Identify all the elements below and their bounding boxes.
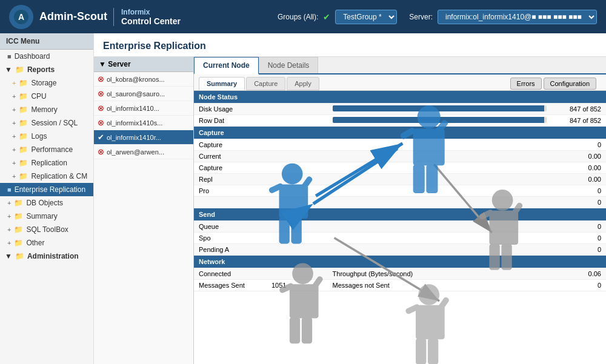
server-item-4[interactable]: ⊗ ol_informix1410s...	[94, 116, 193, 130]
logo-icon: A	[9, 5, 33, 29]
db-expand-icon: +	[7, 199, 11, 207]
repl-col2	[267, 174, 328, 185]
sidebar-item-other[interactable]: + 📁 Other	[0, 236, 93, 250]
summary-table: Node Status Disk Usage 847 o	[194, 91, 606, 291]
row-pending: Pending A 0	[194, 244, 606, 256]
row-dat-bar	[333, 117, 547, 123]
inner-tab-apply[interactable]: Apply	[287, 77, 319, 90]
sidebar-label-other: Other	[26, 239, 44, 247]
section-node-status: Node Status	[194, 91, 606, 104]
sidebar-item-session-sql[interactable]: + 📁 Session / SQL	[0, 116, 93, 130]
pending-value: 0	[551, 244, 606, 256]
capture-header: Capture	[194, 127, 606, 139]
repl-expand-icon: +	[12, 159, 16, 167]
check-icon: ✔	[323, 12, 330, 22]
tab-current-node[interactable]: Current Node	[194, 57, 259, 74]
errors-button[interactable]: Errors	[510, 78, 542, 90]
server-label-4: ol_informix1410s...	[107, 119, 162, 127]
row-row-dat: Row Dat 847 of 852	[194, 115, 606, 127]
row-disk-usage: Disk Usage 847 of 852	[194, 104, 606, 115]
memory-expand-icon: +	[12, 106, 16, 113]
svg-text:A: A	[18, 12, 24, 22]
server-item-1[interactable]: ⊗ ol_kobra@kronos...	[94, 72, 193, 87]
queue-col2	[267, 221, 328, 233]
repl-label: Repl	[194, 174, 267, 185]
pro-col3	[328, 185, 551, 197]
server-item-2[interactable]: ⊗ ol_sauron@sauro...	[94, 87, 193, 101]
other-folder-icon: 📁	[14, 239, 23, 247]
reports-folder-icon: 📁	[15, 65, 24, 74]
app-logo: A Admin-Scout Informix Control Center	[9, 5, 181, 29]
spo-col3	[328, 233, 551, 244]
pro-col2	[267, 185, 328, 197]
server-item-5[interactable]: ✔ ol_informix1410r...	[94, 130, 193, 145]
replcm-expand-icon: +	[12, 173, 16, 180]
sidebar-item-db-objects[interactable]: + 📁 DB Objects	[0, 196, 93, 210]
section-network: Network	[194, 256, 606, 268]
inner-tab-summary[interactable]: Summary	[199, 77, 245, 90]
svg-rect-35	[405, 303, 421, 315]
groups-selector: Groups (All): ✔ TestGroup *	[278, 10, 397, 24]
cap1-col2	[267, 139, 328, 151]
inner-tab-capture[interactable]: Capture	[246, 77, 285, 90]
main-layout: ICC Menu ■ Dashboard ▼ 📁 Reports + 📁 Sto…	[0, 33, 606, 364]
sidebar-item-performance[interactable]: + 📁 Performance	[0, 143, 93, 156]
sidebar-label-administration: Administration	[27, 252, 79, 260]
repl-folder-icon: 📁	[19, 159, 28, 167]
sidebar-item-sql-toolbox[interactable]: + 📁 SQL ToolBox	[0, 223, 93, 236]
cap2-col2	[267, 162, 328, 174]
sidebar-item-replication[interactable]: + 📁 Replication	[0, 156, 93, 170]
row-capture-2: Capture 0.00	[194, 162, 606, 174]
sidebar-item-replication-cm[interactable]: + 📁 Replication & CM	[0, 170, 93, 183]
right-buttons-group: Errors Configuration	[510, 77, 601, 90]
app-header: A Admin-Scout Informix Control Center Gr…	[0, 0, 606, 33]
sidebar-item-cpu[interactable]: + 📁 CPU	[0, 90, 93, 103]
other-expand-icon: +	[7, 239, 11, 247]
sidebar-item-logs[interactable]: + 📁 Logs	[0, 130, 93, 143]
sidebar-item-dashboard[interactable]: ■ Dashboard	[0, 50, 93, 63]
group-select[interactable]: TestGroup *	[335, 10, 397, 24]
sidebar-group-reports[interactable]: ▼ 📁 Reports	[0, 63, 93, 76]
sidebar-group-administration[interactable]: ▼ 📁 Administration	[0, 250, 93, 263]
server-label-2: ol_sauron@sauro...	[107, 90, 165, 98]
current-col2	[267, 151, 328, 162]
storage-folder-icon: 📁	[19, 79, 28, 87]
disk-usage-col2	[267, 104, 328, 115]
queue-col3	[328, 221, 551, 233]
content-area: ▼ Server ⊗ ol_kobra@kronos... ⊗ ol_sauro…	[94, 57, 606, 364]
server-label-5: ol_informix1410r...	[107, 134, 161, 141]
admin-expand-icon: ▼	[5, 252, 12, 260]
sidebar-label-memory: Memory	[31, 105, 57, 114]
throughput-label: Throughput (Bytes/second)	[328, 268, 551, 280]
server-item-6[interactable]: ⊗ ol_arwen@arwen...	[94, 145, 193, 159]
extra-col2	[267, 197, 328, 208]
silhouette-bottom-center	[405, 284, 450, 364]
configuration-button[interactable]: Configuration	[544, 78, 596, 90]
pro-label: Pro	[194, 185, 267, 197]
throughput-value: 0.06	[551, 268, 606, 280]
repl-value: 0.00	[551, 174, 606, 185]
connected-col2	[267, 268, 328, 280]
sidebar-label-logs: Logs	[31, 132, 47, 141]
sidebar-item-storage[interactable]: + 📁 Storage	[0, 76, 93, 90]
sidebar-label-cpu: CPU	[31, 92, 46, 101]
sidebar-item-memory[interactable]: + 📁 Memory	[0, 103, 93, 116]
cap1-value: 0	[551, 139, 606, 151]
messages-sent-value: 1051	[267, 280, 328, 291]
tab-node-details[interactable]: Node Details	[259, 57, 319, 73]
sidebar-item-summary[interactable]: + 📁 Summary	[0, 210, 93, 223]
sidebar-label-er: Enterprise Replication	[15, 185, 85, 194]
section-send: Send	[194, 208, 606, 221]
row-capture-1: Capture 0	[194, 139, 606, 151]
row-pro: Pro 0	[194, 185, 606, 197]
perf-folder-icon: 📁	[19, 145, 28, 154]
server-error-icon-3: ⊗	[98, 104, 104, 113]
sidebar-label-session: Session / SQL	[31, 119, 78, 127]
sql-expand-icon: +	[7, 226, 11, 233]
sidebar-item-enterprise-replication[interactable]: ■ Enterprise Replication	[0, 183, 93, 196]
pending-col3	[328, 244, 551, 256]
server-select[interactable]: informix:ol_informix1410@■ ■■■ ■■■ ■■■	[438, 10, 597, 24]
row-repl: Repl 0.00	[194, 174, 606, 185]
server-item-3[interactable]: ⊗ ol_informix1410...	[94, 101, 193, 116]
sidebar-label-dashboard: Dashboard	[15, 52, 50, 61]
